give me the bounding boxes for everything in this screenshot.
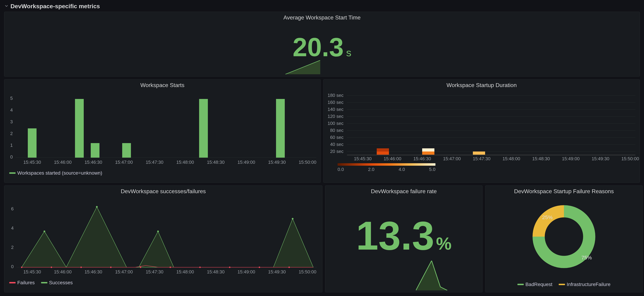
svg-point-69 — [44, 230, 45, 232]
legend-swatch — [9, 172, 16, 174]
legend-swatch — [518, 284, 524, 285]
svg-text:15:46:30: 15:46:30 — [84, 269, 102, 274]
svg-text:15:47:00: 15:47:00 — [115, 269, 133, 274]
svg-text:15:47:00: 15:47:00 — [443, 156, 460, 161]
legend-label: Workspaces started (source=unknown) — [17, 170, 102, 176]
failure-rate-value-wrap: 13.3 % — [325, 216, 482, 256]
svg-text:15:50:00: 15:50:00 — [298, 269, 316, 274]
legend-swatch — [9, 282, 16, 283]
svg-text:15:49:00: 15:49:00 — [238, 160, 255, 165]
section-header[interactable]: DevWorkspace-specific metrics — [4, 3, 640, 10]
svg-text:15:48:00: 15:48:00 — [176, 269, 194, 274]
avg-start-time-value-wrap: 20.3 s — [293, 34, 351, 60]
svg-text:15:46:00: 15:46:00 — [384, 156, 401, 161]
svg-text:15:49:30: 15:49:30 — [268, 160, 286, 165]
svg-rect-44 — [377, 152, 389, 155]
svg-marker-65 — [22, 231, 66, 267]
grad-mid1: 2.0 — [368, 167, 374, 172]
panel-failure-rate[interactable]: DevWorkspace failure rate 13.3 % — [325, 186, 482, 292]
svg-text:15:47:00: 15:47:00 — [115, 160, 133, 165]
svg-point-70 — [96, 206, 98, 208]
panel-failure-reasons[interactable]: DevWorkspace Startup Failure Reasons 25%… — [485, 186, 642, 292]
svg-text:6: 6 — [11, 206, 14, 211]
svg-point-74 — [51, 266, 52, 268]
slice-label-25: 25% — [542, 214, 552, 220]
section-title: DevWorkspace-specific metrics — [10, 3, 100, 10]
panel-title: DevWorkspace failure rate — [325, 186, 482, 195]
svg-text:15:49:00: 15:49:00 — [238, 269, 255, 274]
panel-title: Average Workspace Start Time — [4, 12, 640, 21]
svg-marker-93 — [416, 261, 447, 290]
svg-rect-11 — [91, 143, 100, 158]
legend-label: InfrastructureFailure — [567, 282, 610, 287]
svg-rect-9 — [28, 128, 36, 158]
svg-text:15:49:30: 15:49:30 — [592, 156, 609, 161]
panel-avg-start-time[interactable]: Average Workspace Start Time 20.3 s — [4, 12, 640, 77]
svg-point-80 — [229, 266, 230, 268]
svg-text:15:48:00: 15:48:00 — [176, 160, 194, 165]
svg-point-71 — [157, 230, 159, 232]
svg-text:2: 2 — [11, 245, 14, 250]
failure-rate-unit: % — [436, 235, 452, 252]
svg-text:15:47:30: 15:47:30 — [146, 160, 163, 165]
failure-reasons-chart: 25% 75% — [486, 195, 642, 279]
svg-marker-66 — [66, 207, 126, 267]
svg-text:160 sec: 160 sec — [328, 100, 344, 105]
svg-text:15:50:00: 15:50:00 — [298, 160, 316, 165]
panel-startup-duration[interactable]: Workspace Startup Duration 20 sec 40 sec… — [324, 79, 640, 183]
svg-text:1: 1 — [10, 142, 13, 148]
svg-point-77 — [140, 266, 141, 268]
panel-title: Workspace Startup Duration — [324, 80, 640, 88]
grad-max: 5.0 — [429, 167, 436, 172]
svg-point-76 — [110, 266, 112, 268]
legend-swatch — [559, 284, 565, 285]
svg-point-75 — [80, 266, 82, 268]
svg-point-81 — [259, 266, 260, 268]
svg-point-79 — [199, 266, 201, 268]
panel-workspace-starts[interactable]: Workspace Starts 0 1 2 3 4 5 — [4, 79, 320, 183]
legend-label: Successes — [49, 280, 73, 285]
legend-label: Failures — [17, 280, 35, 285]
svg-text:15:45:30: 15:45:30 — [354, 156, 372, 161]
svg-rect-48 — [473, 152, 485, 155]
svg-text:140 sec: 140 sec — [328, 107, 344, 112]
svg-rect-14 — [276, 99, 285, 158]
svg-point-73 — [21, 266, 22, 268]
svg-text:15:50:00: 15:50:00 — [621, 156, 639, 161]
svg-text:15:49:00: 15:49:00 — [562, 156, 580, 161]
legend: BadRequest InfrastructureFailure — [486, 280, 642, 290]
legend: Workspaces started (source=unknown) — [4, 169, 320, 178]
legend-label: BadRequest — [526, 282, 552, 287]
svg-rect-45 — [377, 148, 389, 152]
svg-text:15:46:30: 15:46:30 — [84, 160, 102, 165]
sparkline — [416, 261, 447, 290]
legend-item[interactable]: Workspaces started (source=unknown) — [9, 170, 102, 176]
legend-item-failures[interactable]: Failures — [9, 280, 35, 285]
panel-title: DevWorkspace Startup Failure Reasons — [486, 186, 642, 195]
svg-text:0: 0 — [11, 264, 14, 269]
startup-duration-chart: 20 sec 40 sec 60 sec 80 sec 100 sec 120 … — [324, 88, 640, 162]
success-fail-chart: 0 2 4 6 — [4, 195, 322, 277]
svg-rect-46 — [422, 152, 434, 155]
panel-title: Workspace Starts — [4, 80, 320, 88]
svg-text:15:47:30: 15:47:30 — [473, 156, 490, 161]
legend-item-successes[interactable]: Successes — [41, 280, 73, 285]
legend-item-infrafail[interactable]: InfrastructureFailure — [559, 282, 610, 287]
failure-rate-value: 13.3 — [356, 216, 434, 256]
grad-mid2: 4.0 — [398, 167, 405, 172]
workspace-starts-chart: 0 1 2 3 4 5 — [4, 88, 320, 167]
svg-text:120 sec: 120 sec — [328, 114, 344, 119]
svg-rect-12 — [122, 143, 131, 158]
heatmap-colorscale: 0.0 2.0 4.0 5.0 — [324, 163, 640, 175]
svg-text:4: 4 — [11, 225, 14, 231]
svg-text:15:48:00: 15:48:00 — [502, 156, 520, 161]
legend-item-badrequest[interactable]: BadRequest — [518, 282, 552, 287]
svg-text:3: 3 — [10, 119, 13, 124]
sparkline — [285, 60, 320, 74]
svg-text:100 sec: 100 sec — [328, 121, 344, 126]
svg-text:15:45:30: 15:45:30 — [23, 269, 41, 274]
svg-text:60 sec: 60 sec — [330, 135, 344, 140]
panel-success-fail[interactable]: DevWorkspace successes/failures 0 2 4 6 — [4, 186, 322, 292]
chevron-down-icon — [4, 3, 9, 10]
svg-point-72 — [292, 218, 294, 220]
